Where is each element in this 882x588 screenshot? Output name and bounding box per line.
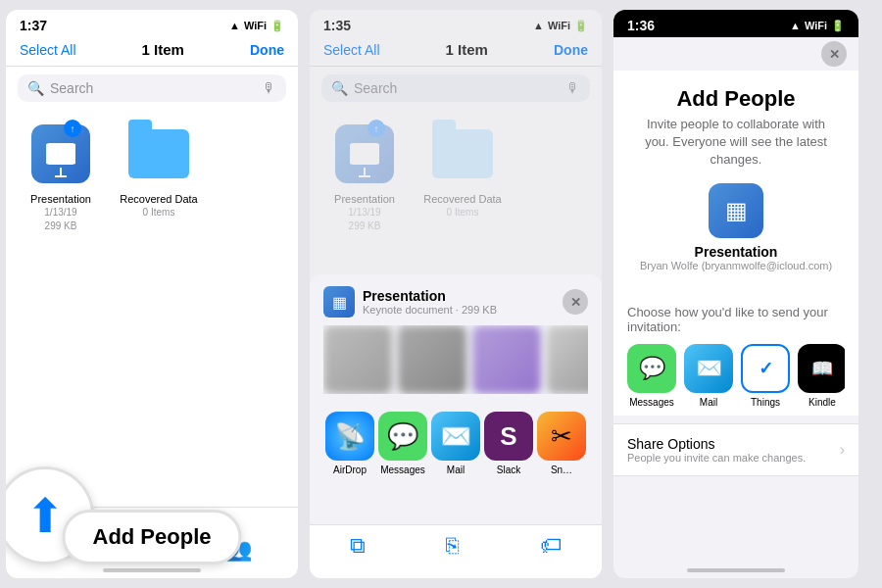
status-bar-3: 1:36 ▲ WiFi 🔋 (613, 10, 858, 37)
add-people-header: Add People Invite people to collaborate … (613, 71, 858, 293)
invite-kindle[interactable]: 📖 Kindle (798, 344, 845, 408)
invite-apps-row: 💬 Messages ✉️ Mail ✓ Things 📖 Kindle T T… (627, 344, 845, 408)
keynote-screen-1 (47, 144, 74, 162)
app-thumbs-row (323, 325, 588, 394)
app-thumb-4 (547, 325, 588, 394)
snip-item[interactable]: ✂ Sn… (537, 412, 586, 475)
share-icon-big-1: ⬆ (25, 488, 65, 543)
app-thumb-1 (323, 325, 392, 394)
nav-bar-1: Select All 1 Item Done (6, 37, 298, 67)
add-people-title: Add People (627, 86, 845, 112)
copy-icon-2[interactable]: ⧉ (350, 533, 366, 559)
battery-icon-3: 🔋 (831, 20, 845, 32)
p3-file-icon: ▦ (709, 183, 763, 238)
signal-icon-3: ▲ (790, 20, 801, 31)
panel3-close-btn[interactable]: ✕ (821, 41, 847, 67)
mail-label: Mail (447, 465, 465, 475)
status-icons-3: ▲ WiFi 🔋 (790, 20, 845, 32)
file-item-presentation-1[interactable]: ↑ Presentation 1/13/19299 KB (22, 120, 100, 233)
keynote-base-1 (55, 175, 67, 177)
file-item-recovered-1[interactable]: Recovered Data 0 Items (120, 120, 198, 233)
panel-2: 1:35 ▲ WiFi 🔋 Select All 1 Item Done 🔍 S… (310, 10, 602, 578)
upload-badge-1: ↑ (64, 120, 81, 137)
airdrop-label: AirDrop (333, 465, 367, 475)
share-options-sub: People you invite can make changes. (627, 452, 806, 464)
invite-messages[interactable]: 💬 Messages (627, 344, 676, 408)
invite-kindle-label: Kindle (808, 397, 836, 408)
messages-icon: 💬 (378, 412, 427, 461)
slack-label: Slack (497, 465, 520, 475)
add-people-button-1[interactable]: Add People (62, 510, 241, 564)
invite-mail-icon: ✉️ (684, 344, 733, 393)
panel2-dim-overlay (310, 10, 602, 314)
add-people-subtitle: Invite people to collaborate with you. E… (627, 116, 845, 170)
p3-keynote-icon: ▦ (725, 197, 748, 224)
share-sheet-file-icon: ▦ (323, 286, 355, 318)
done-btn-1[interactable]: Done (250, 42, 284, 58)
share-sheet-file-info: ▦ Presentation Keynote document · 299 KB (323, 286, 497, 318)
messages-label: Messages (380, 465, 425, 475)
signal-icon-1: ▲ (229, 20, 240, 31)
snip-icon: ✂ (537, 412, 586, 461)
app-thumb-2 (398, 325, 466, 394)
invite-things[interactable]: ✓ Things (741, 344, 790, 408)
home-indicator-1 (103, 568, 201, 572)
invite-messages-label: Messages (629, 397, 674, 408)
invite-messages-icon: 💬 (627, 344, 676, 393)
invite-mail[interactable]: ✉️ Mail (684, 344, 733, 408)
file-icon-container-1: ↑ (26, 120, 95, 188)
folder-icon-container-1 (124, 120, 193, 188)
recovered-name-1: Recovered Data (120, 192, 198, 206)
tag-icon-2[interactable]: 🏷 (540, 533, 562, 559)
share-options-row[interactable]: Share Options People you invite can make… (613, 423, 858, 476)
presentation-name-1: Presentation (30, 192, 91, 206)
share-sheet-title: Presentation (363, 288, 497, 304)
keynote-mini-icon: ▦ (332, 293, 347, 312)
time-3: 1:36 (627, 18, 655, 33)
search-placeholder-1: Search (50, 80, 257, 96)
app-thumb-3 (472, 325, 541, 394)
mail-item[interactable]: ✉️ Mail (431, 412, 480, 475)
share-options-text-group: Share Options People you invite can make… (627, 436, 806, 464)
select-all-btn-1[interactable]: Select All (20, 42, 76, 58)
search-icon-1: 🔍 (27, 80, 44, 96)
time-1: 1:37 (20, 18, 47, 33)
share-sheet-text: Presentation Keynote document · 299 KB (363, 288, 497, 316)
panel-3: 1:36 ▲ WiFi 🔋 ✕ Add People Invite people… (613, 10, 858, 578)
snip-label: Sn… (551, 465, 572, 475)
panel3-file-preview: ▦ Presentation Bryan Wolfe (bryanmwolfe@… (627, 183, 845, 271)
airdrop-item[interactable]: 📡 AirDrop (325, 412, 374, 475)
invite-kindle-icon: 📖 (798, 344, 845, 393)
mail-icon: ✉️ (431, 412, 480, 461)
invite-section: Choose how you'd like to send your invit… (613, 293, 858, 416)
search-bar-1[interactable]: 🔍 Search 🎙 (18, 74, 286, 102)
panel-1: 1:37 ▲ WiFi 🔋 Select All 1 Item Done 🔍 S… (6, 10, 298, 578)
recovered-items-1: 0 Items (143, 206, 175, 220)
p3-file-name: Presentation (695, 244, 778, 260)
keynote-icon-1 (31, 124, 90, 183)
folder-icon-1 (128, 129, 189, 178)
slack-item[interactable]: S Slack (484, 412, 533, 475)
invite-things-icon: ✓ (741, 344, 790, 393)
share-close-btn[interactable]: ✕ (563, 289, 588, 315)
share-options-title: Share Options (627, 436, 806, 452)
files-grid-1: ↑ Presentation 1/13/19299 KB Recovered D… (6, 110, 298, 243)
messages-item[interactable]: 💬 Messages (378, 412, 427, 475)
bottom-apps-row: 📡 AirDrop 💬 Messages ✉️ Mail S Slack ✂ S… (323, 402, 588, 481)
keynote-stand-1 (60, 168, 62, 175)
share-sheet-subtitle: Keynote document · 299 KB (363, 304, 497, 316)
mic-icon-1: 🎙 (263, 80, 276, 96)
duplicate-icon-2[interactable]: ⎘ (446, 533, 459, 559)
presentation-date-1: 1/13/19299 KB (44, 206, 76, 233)
invite-things-label: Things (751, 397, 780, 408)
share-sheet-header: ▦ Presentation Keynote document · 299 KB… (323, 286, 588, 318)
airdrop-icon: 📡 (325, 412, 374, 461)
panel3-close-row: ✕ (613, 37, 858, 71)
wifi-icon-1: WiFi (244, 20, 267, 31)
battery-icon-1: 🔋 (270, 20, 284, 32)
slack-icon: S (484, 412, 533, 461)
item-count-1: 1 Item (142, 41, 184, 58)
invite-mail-label: Mail (700, 397, 717, 408)
chevron-right-icon: › (840, 441, 845, 459)
status-icons-1: ▲ WiFi 🔋 (229, 20, 284, 32)
